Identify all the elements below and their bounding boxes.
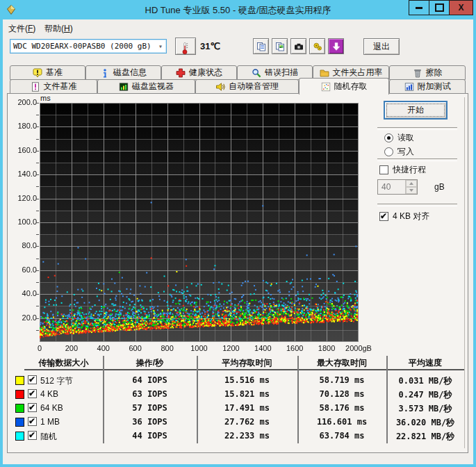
maximize-icon [435,3,444,12]
series-label: 512 字节 [40,375,73,387]
max-time-cell: 116.601 ms [297,417,386,427]
short-stroke-checkbox[interactable]: 快捷行程 [379,164,426,176]
drive-select[interactable]: WDC WD20EARX-00PASB0 (2000 gB) ▾ [10,39,167,54]
avg-time-cell: 17.491 ms [197,403,297,413]
iops-cell: 57 IOPS [103,403,197,413]
exit-button[interactable]: 退出 [363,38,400,55]
up-arrow-icon [409,182,413,185]
close-button[interactable]: X [449,0,473,15]
tab-random-access[interactable]: 随机存取 [299,78,389,95]
menu-file[interactable]: 文件(F) [6,22,38,36]
series-checkbox[interactable] [28,431,37,440]
tab-health[interactable]: 健康状态 [161,65,237,80]
tab-label: 文件基准 [44,81,77,92]
avg-time-cell: 22.233 ms [197,431,297,441]
short-stroke-size-input[interactable] [378,180,405,194]
read-radio[interactable]: 读取 [384,132,414,144]
magnifier-icon [252,68,261,78]
bar-monitor-icon [119,82,129,92]
maximize-button[interactable] [429,0,450,15]
minimize-button[interactable] [409,0,429,15]
write-radio[interactable]: 写入 [384,146,414,158]
start-button[interactable]: 开始 [384,101,448,120]
drive-select-value: WDC WD20EARX-00PASB0 (2000 gB) [10,42,155,51]
health-cross-icon [176,68,186,78]
gear-icon [313,42,322,51]
hdtune-window: HD Tune 专业版 5.50 - 硬盘/固态硬盘实用程序 X 文件(F) 帮… [0,0,476,467]
series-label: 4 KB [40,389,58,399]
tab-label: 自动噪音管理 [229,81,279,92]
copy-text-button[interactable] [253,38,269,54]
tab-erase[interactable]: 擦除 [389,65,466,80]
tab-aam[interactable]: 自动噪音管理 [195,79,299,94]
legend-swatch [15,418,24,427]
spinner-up-button[interactable] [406,180,417,187]
tab-label: 擦除 [426,67,443,79]
thermometer-icon [181,42,190,51]
exclamation-icon [33,68,42,78]
separator [377,158,457,161]
max-time-cell: 70.128 ms [297,389,386,399]
speed-cell: 0.247 MB/秒 [386,389,464,401]
tab-extra-tests[interactable]: 附加测试 [389,79,466,94]
tab-label: 磁盘信息 [113,67,147,79]
header-underline [24,369,464,370]
speed-cell: 0.031 MB/秒 [386,375,464,387]
column-header: 最大存取时间 [297,357,386,369]
tab-label: 健康状态 [189,67,222,79]
iops-cell: 36 IOPS [103,417,197,427]
tab-file-benchmark[interactable]: 文件基准 [10,79,97,94]
write-radio-label: 写入 [397,146,414,158]
download-arrow-icon [331,42,341,51]
align-checkbox-box [379,212,388,221]
chevron-down-icon: ▾ [155,42,166,50]
series-checkbox[interactable] [28,375,37,384]
legend-swatch [15,376,24,385]
file-exclamation-icon [31,82,40,92]
series-checkbox[interactable] [28,403,37,412]
copy-image-button[interactable] [272,38,288,54]
tab-benchmark[interactable]: 基准 [10,65,85,80]
avg-time-cell: 15.821 ms [197,389,297,399]
max-time-cell: 58.719 ms [297,375,386,385]
spinner-down-button[interactable] [406,187,417,194]
tab-disk-monitor[interactable]: 磁盘监视器 [97,79,195,94]
menu-help[interactable]: 帮助(H) [42,22,76,36]
speed-cell: 22.821 MB/秒 [386,431,464,443]
options-button[interactable] [309,38,325,54]
access-time-scatter-plot [40,103,359,342]
speed-cell: 36.020 MB/秒 [386,417,464,429]
scatter-dots-icon [321,82,331,92]
grid-chart-icon [404,82,414,92]
tab-label: 错误扫描 [265,67,298,79]
panel-right-divider [464,97,465,448]
trash-icon [413,68,422,78]
camera-icon [294,42,304,51]
iops-cell: 63 IOPS [103,389,197,399]
legend-swatch [15,404,24,413]
avg-time-cell: 27.762 ms [197,417,297,427]
series-checkbox[interactable] [28,417,37,426]
series-label: 64 KB [40,403,63,413]
column-header: 传输数据大小 [24,357,103,369]
legend-swatch [15,432,24,441]
separator [377,127,457,130]
copy-image-icon [275,42,285,51]
align-checkbox-label: 4 KB 对齐 [393,211,429,222]
tab-label: 磁盘监视器 [132,81,174,92]
screenshot-button[interactable] [290,38,306,54]
tab-disk-info[interactable]: 磁盘信息 [85,65,161,80]
short-stroke-size-field [377,179,418,195]
avg-time-cell: 15.516 ms [197,375,297,385]
tab-label: 文件夹占用率 [333,67,383,79]
read-radio-circle [384,133,393,142]
copy-text-icon [256,42,266,51]
temperature-button[interactable] [175,38,196,55]
update-button[interactable] [328,38,344,54]
write-radio-circle [384,147,393,156]
column-header: 平均速度 [386,357,464,369]
align-checkbox[interactable]: 4 KB 对齐 [379,211,429,222]
series-checkbox[interactable] [28,389,37,398]
minimize-icon [416,7,422,9]
column-header: 操作/秒 [103,357,197,369]
